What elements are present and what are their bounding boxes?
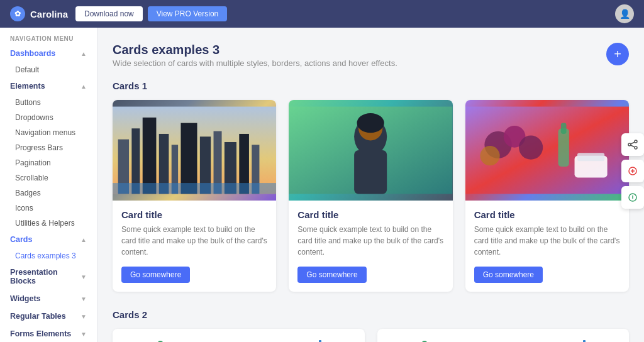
stat-item-users-2: 2,345 users xyxy=(411,339,439,342)
stat-item-revenue-2: $9,693 revenue xyxy=(561,339,596,342)
sidebar-group-elements-label: Elements xyxy=(10,82,45,91)
card-1-body: Card title Some quick example text to bu… xyxy=(113,201,276,292)
page-header-text: Cards examples 3 Wide selection of cards… xyxy=(113,43,397,68)
svg-rect-26 xyxy=(561,123,567,134)
sidebar-item-progress-bars[interactable]: Progress Bars xyxy=(0,140,97,155)
sidebar-item-badges[interactable]: Badges xyxy=(0,185,97,201)
stat-card-1: 2,345 users 3,568 xyxy=(113,329,365,342)
card-2-title: Card title xyxy=(297,209,443,220)
download-button[interactable]: Download now xyxy=(75,6,143,21)
sidebar-item-utilities[interactable]: Utilities & Helpers xyxy=(0,216,97,231)
card-1-image xyxy=(113,100,276,201)
card-3-text: Some quick example text to build on the … xyxy=(474,224,620,258)
layout: NAVIGATION MENU Dashboards ▲ Default Ele… xyxy=(0,28,644,342)
card-3-title: Card title xyxy=(474,209,620,220)
topnav-btns: Download now View PRO Version xyxy=(75,6,227,21)
sidebar-item-nav-menus[interactable]: Navigation menus xyxy=(0,125,97,140)
nav-section-label: NAVIGATION MENU xyxy=(0,28,97,45)
clicks-icon-2 xyxy=(486,339,514,342)
fab-group xyxy=(621,133,644,209)
card-2-btn[interactable]: Go somewhere xyxy=(297,267,366,283)
card-3: Card title Some quick example text to bu… xyxy=(465,100,629,292)
topnav-left: ✿ Carolina Download now View PRO Version xyxy=(10,6,227,21)
sidebar: NAVIGATION MENU Dashboards ▲ Default Ele… xyxy=(0,28,97,342)
main-content: Cards examples 3 Wide selection of cards… xyxy=(97,28,644,342)
stat-row-1: 2,345 users 3,568 xyxy=(123,339,355,342)
sidebar-group-presentation-label: Presentation Blocks xyxy=(10,268,80,285)
svg-point-16 xyxy=(357,113,384,133)
chevron-up-icon-cards: ▲ xyxy=(80,236,87,243)
svg-point-47 xyxy=(635,146,637,149)
sidebar-item-buttons[interactable]: Buttons xyxy=(0,95,97,110)
fab-bookmark-button[interactable] xyxy=(621,160,644,182)
svg-point-55 xyxy=(633,196,633,196)
revenue-icon-1 xyxy=(296,339,331,342)
svg-line-48 xyxy=(631,142,635,144)
brand-icon: ✿ xyxy=(10,6,25,21)
sidebar-item-pagination[interactable]: Pagination xyxy=(0,155,97,170)
users-icon-1 xyxy=(146,339,174,342)
sidebar-item-cards-examples-3[interactable]: Cards examples 3 xyxy=(0,248,97,263)
svg-rect-17 xyxy=(354,150,387,194)
page-title: Cards examples 3 xyxy=(113,43,397,57)
card-3-image xyxy=(465,100,629,201)
sidebar-group-forms[interactable]: Forms Elements ▼ xyxy=(0,325,97,342)
fab-share-button[interactable] xyxy=(621,133,644,156)
svg-point-21 xyxy=(480,146,499,165)
card-2-body: Card title Some quick example text to bu… xyxy=(289,201,452,292)
svg-point-46 xyxy=(628,143,631,146)
stat-row-2: 2,345 users 3,568 xyxy=(387,339,619,342)
sidebar-item-scrollable[interactable]: Scrollable xyxy=(0,170,97,185)
fab-info-button[interactable] xyxy=(621,186,644,209)
chevron-down-icon-presentation: ▼ xyxy=(80,273,87,280)
cards2-grid: 2,345 users 3,568 xyxy=(113,329,629,342)
sidebar-item-dropdowns[interactable]: Dropdowns xyxy=(0,110,97,125)
chevron-down-icon-widgets: ▼ xyxy=(80,295,87,302)
sidebar-group-cards[interactable]: Cards ▲ xyxy=(0,231,97,248)
page-subtitle: Wide selection of cards with multiple st… xyxy=(113,58,397,68)
sidebar-item-icons[interactable]: Icons xyxy=(0,201,97,216)
sidebar-group-forms-label: Forms Elements xyxy=(10,329,71,338)
svg-rect-24 xyxy=(577,153,604,161)
stat-card-2: 2,345 users 3,568 xyxy=(377,329,630,342)
card-2-image xyxy=(289,100,452,201)
add-button[interactable]: + xyxy=(606,43,629,65)
clicks-icon-1 xyxy=(221,339,250,342)
sidebar-item-default[interactable]: Default xyxy=(0,62,97,77)
chevron-down-icon-forms: ▼ xyxy=(80,331,87,338)
card-1: Card title Some quick example text to bu… xyxy=(113,100,276,292)
stat-item-clicks-2: 3,568 clicks xyxy=(486,339,514,342)
card-1-text: Some quick example text to build on the … xyxy=(121,224,267,258)
svg-rect-3 xyxy=(143,118,157,194)
sidebar-group-presentation[interactable]: Presentation Blocks ▼ xyxy=(0,263,97,290)
svg-rect-25 xyxy=(558,128,569,167)
sidebar-group-dashboards[interactable]: Dashboards ▲ xyxy=(0,45,97,62)
card-3-btn[interactable]: Go somewhere xyxy=(474,267,543,283)
card-1-title: Card title xyxy=(121,209,267,220)
sidebar-group-tables-label: Regular Tables xyxy=(10,312,66,321)
view-pro-button[interactable]: View PRO Version xyxy=(148,6,228,21)
cards2-section-label: Cards 2 xyxy=(113,309,629,320)
avatar[interactable]: 👤 xyxy=(615,4,634,23)
topnav: ✿ Carolina Download now View PRO Version… xyxy=(0,0,644,28)
chevron-up-icon-elements: ▲ xyxy=(80,83,87,90)
card-1-btn[interactable]: Go somewhere xyxy=(121,267,190,283)
card-2: Card title Some quick example text to bu… xyxy=(289,100,452,292)
sidebar-group-widgets[interactable]: Widgets ▼ xyxy=(0,290,97,307)
svg-rect-12 xyxy=(113,183,276,194)
cards1-section-label: Cards 1 xyxy=(113,80,629,91)
sidebar-group-elements[interactable]: Elements ▲ xyxy=(0,77,97,95)
revenue-icon-2 xyxy=(561,339,596,342)
page-header: Cards examples 3 Wide selection of cards… xyxy=(113,43,629,68)
cards1-grid: Card title Some quick example text to bu… xyxy=(113,100,629,292)
sidebar-group-dashboards-label: Dashboards xyxy=(10,49,55,58)
stat-item-clicks-1: 3,568 clicks xyxy=(221,339,250,342)
chevron-down-icon-tables: ▼ xyxy=(80,313,87,320)
brand-name: Carolina xyxy=(30,9,68,19)
svg-line-49 xyxy=(631,145,635,147)
card-2-text: Some quick example text to build on the … xyxy=(297,224,443,258)
brand: ✿ Carolina xyxy=(10,6,68,21)
svg-point-22 xyxy=(519,136,543,160)
sidebar-group-tables[interactable]: Regular Tables ▼ xyxy=(0,307,97,325)
sidebar-group-cards-label: Cards xyxy=(10,235,32,244)
